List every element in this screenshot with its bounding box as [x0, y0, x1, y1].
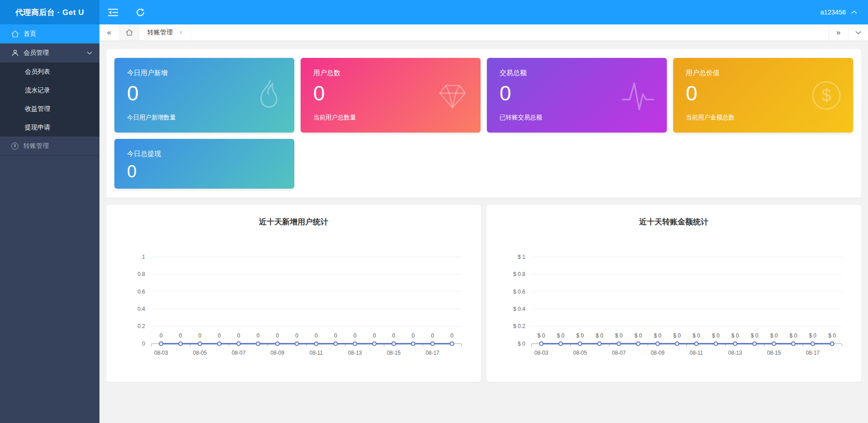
- svg-text:0.4: 0.4: [137, 306, 145, 312]
- sidebar-item-members[interactable]: 会员管理: [0, 43, 99, 62]
- svg-text:$ 0: $ 0: [751, 333, 759, 339]
- svg-text:$ 0: $ 0: [576, 333, 584, 339]
- sidebar: 代理商后台 · Get U 首页 会员管理 会员列表 流水记录 收益管理 提现申…: [0, 0, 99, 423]
- line-chart-transfer-amount: $ 0$ 0.2$ 0.4$ 0.6$ 0.8$ 108-03$ 0$ 008-…: [486, 231, 861, 371]
- card-title: 用户总价值: [686, 69, 840, 77]
- svg-text:$ 0: $ 0: [828, 333, 836, 339]
- svg-text:$: $: [821, 86, 831, 105]
- chevron-down-icon: [855, 31, 861, 34]
- sidebar-item-income-manage[interactable]: 收益管理: [0, 100, 99, 118]
- tab-scroll-right-button[interactable]: »: [828, 24, 848, 40]
- tabbar-spacer: [191, 24, 828, 40]
- sidebar-item-transfer[interactable]: ¥ 转账管理: [0, 137, 99, 156]
- charts-row: 近十天新增用户统计 00.20.40.60.8108-030008-050008…: [106, 205, 861, 382]
- card-subtitle: 当前用户总数量: [313, 114, 468, 122]
- username: a123456: [821, 9, 846, 16]
- sidebar-submenu-members: 会员列表 流水记录 收益管理 提现申请: [0, 62, 99, 137]
- sidebar-item-home[interactable]: 首页: [0, 24, 99, 43]
- svg-text:$ 0: $ 0: [731, 333, 739, 339]
- card-subtitle: 当前用户金额总数: [686, 114, 840, 122]
- svg-text:08-15: 08-15: [387, 350, 401, 356]
- svg-text:08-05: 08-05: [193, 350, 207, 356]
- sidebar-item-member-list[interactable]: 会员列表: [0, 62, 99, 81]
- tab-label: 转账管理: [147, 29, 173, 37]
- app-logo: 代理商后台 · Get U: [0, 0, 99, 24]
- svg-text:08-17: 08-17: [425, 350, 439, 356]
- refresh-button[interactable]: [127, 0, 154, 24]
- dollar-circle-icon: $: [811, 81, 841, 110]
- svg-text:08-13: 08-13: [348, 350, 362, 356]
- svg-text:$ 0: $ 0: [654, 333, 661, 339]
- close-icon[interactable]: ×: [179, 29, 183, 36]
- svg-text:$ 0: $ 0: [673, 333, 681, 339]
- collapse-sidebar-button[interactable]: [99, 0, 127, 24]
- svg-text:0: 0: [160, 333, 163, 339]
- yuan-circle-icon: ¥: [11, 142, 19, 150]
- svg-text:$ 0: $ 0: [693, 333, 700, 339]
- svg-text:08-13: 08-13: [728, 350, 742, 356]
- svg-text:$ 0: $ 0: [770, 333, 778, 339]
- svg-text:08-05: 08-05: [573, 350, 587, 356]
- stat-card-new-users-today: 今日用户新增 0 今日用户新增数量: [114, 58, 294, 133]
- svg-text:0: 0: [276, 333, 279, 339]
- svg-text:$ 0.6: $ 0.6: [513, 289, 525, 295]
- svg-text:0: 0: [373, 333, 376, 339]
- svg-text:$ 0: $ 0: [596, 333, 604, 339]
- svg-text:0.2: 0.2: [137, 323, 145, 329]
- svg-text:0: 0: [198, 333, 202, 339]
- svg-text:08-07: 08-07: [232, 350, 246, 356]
- card-title: 今日用户新增: [127, 69, 282, 77]
- svg-text:0: 0: [412, 333, 415, 339]
- top-header: a123456: [99, 0, 868, 24]
- svg-text:$ 0: $ 0: [615, 333, 623, 339]
- card-title: 交易总额: [500, 69, 654, 77]
- chart-title: 近十天新增用户统计: [106, 217, 481, 227]
- svg-text:0: 0: [237, 333, 241, 339]
- card-value: 0: [127, 163, 282, 180]
- svg-text:0.6: 0.6: [137, 289, 145, 295]
- home-icon: [126, 29, 133, 36]
- tab-dropdown-button[interactable]: [848, 24, 868, 40]
- tab-transfer-manage[interactable]: 转账管理 ×: [139, 24, 191, 40]
- card-title: 今日总提现: [127, 150, 282, 158]
- line-chart-new-users: 00.20.40.60.8108-030008-050008-070008-09…: [106, 231, 481, 371]
- tab-scroll-left-button[interactable]: «: [99, 24, 119, 40]
- svg-text:0: 0: [354, 333, 357, 339]
- svg-text:08-09: 08-09: [651, 350, 665, 356]
- card-subtitle: 已转账交易总额: [500, 114, 654, 122]
- svg-text:$ 0: $ 0: [790, 333, 797, 339]
- svg-text:08-15: 08-15: [767, 350, 781, 356]
- svg-text:0: 0: [256, 333, 259, 339]
- sidebar-item-withdraw-apply[interactable]: 提现申请: [0, 118, 99, 137]
- stats-panel: 今日用户新增 0 今日用户新增数量 用户总数 0 当前用户总数量: [106, 49, 861, 198]
- svg-text:1: 1: [142, 254, 145, 260]
- svg-text:$ 0: $ 0: [634, 333, 642, 339]
- user-menu[interactable]: a123456: [810, 0, 868, 24]
- svg-text:$ 0: $ 0: [518, 341, 525, 347]
- sidebar-item-flow-records[interactable]: 流水记录: [0, 81, 99, 100]
- chart-title: 近十天转账金额统计: [486, 217, 861, 227]
- card-title: 用户总数: [313, 69, 468, 77]
- sidebar-item-label: 流水记录: [25, 86, 50, 95]
- svg-text:$ 1: $ 1: [518, 254, 525, 260]
- stats-grid: 今日用户新增 0 今日用户新增数量 用户总数 0 当前用户总数量: [114, 58, 853, 189]
- svg-text:08-07: 08-07: [612, 350, 626, 356]
- svg-text:08-03: 08-03: [154, 350, 168, 356]
- card-subtitle: 今日用户新增数量: [127, 114, 282, 122]
- svg-text:$ 0: $ 0: [557, 333, 565, 339]
- sidebar-item-label: 转账管理: [24, 142, 49, 150]
- svg-text:08-11: 08-11: [690, 350, 703, 356]
- tab-home[interactable]: [119, 24, 139, 40]
- svg-text:$ 0.2: $ 0.2: [513, 323, 525, 329]
- svg-text:0: 0: [334, 333, 337, 339]
- svg-text:$ 0: $ 0: [538, 333, 545, 339]
- svg-text:0: 0: [431, 333, 434, 339]
- chevron-up-icon: [851, 10, 857, 14]
- sidebar-item-label: 会员列表: [25, 68, 50, 76]
- chart-panel-transfer-amount: 近十天转账金额统计 $ 0$ 0.2$ 0.4$ 0.6$ 0.8$ 108-0…: [486, 205, 861, 382]
- svg-text:08-03: 08-03: [534, 350, 548, 356]
- chart-panel-new-users: 近十天新增用户统计 00.20.40.60.8108-030008-050008…: [106, 205, 481, 382]
- user-icon: [11, 49, 19, 57]
- stat-card-transaction-total: 交易总额 0 已转账交易总额: [487, 58, 667, 133]
- svg-text:$ 0: $ 0: [809, 333, 816, 339]
